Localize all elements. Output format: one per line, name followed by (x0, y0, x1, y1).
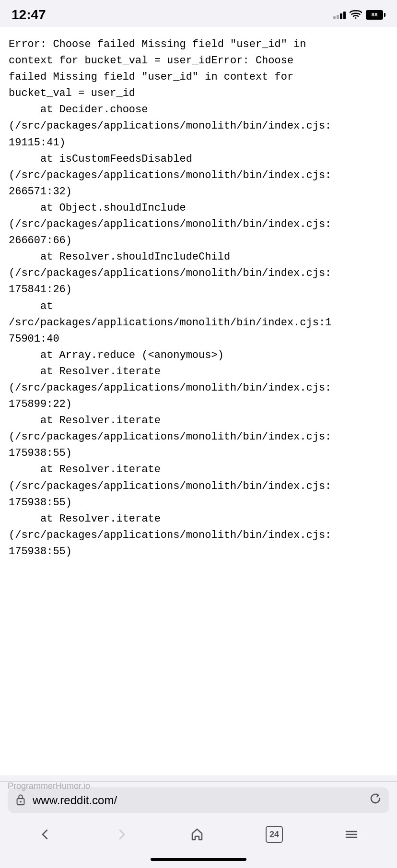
home-button[interactable] (182, 823, 212, 845)
home-indicator (0, 855, 397, 868)
main-content: Error: Choose failed Missing field "user… (0, 27, 397, 775)
signal-icon (333, 11, 346, 19)
back-button[interactable] (31, 823, 60, 845)
error-text: Error: Choose failed Missing field "user… (9, 36, 388, 560)
svg-point-2 (20, 800, 22, 802)
tabs-button[interactable]: 24 (258, 822, 291, 847)
lock-icon (15, 793, 26, 808)
battery-icon: 88 (366, 10, 385, 20)
svg-point-0 (355, 17, 357, 19)
status-icons: 88 (333, 9, 385, 21)
home-bar (151, 858, 246, 861)
watermark: ProgrammerHumor.io (8, 781, 90, 791)
status-bar: 12:47 88 (0, 0, 397, 27)
tab-count: 24 (266, 826, 283, 843)
url-bar[interactable]: www.reddit.com/ (8, 787, 389, 813)
forward-button[interactable] (106, 823, 136, 845)
browser-bar: www.reddit.com/ 24 (0, 781, 397, 868)
reload-icon[interactable] (369, 792, 382, 809)
url-text: www.reddit.com/ (33, 794, 362, 807)
status-time: 12:47 (12, 7, 46, 23)
nav-bar: 24 (0, 817, 397, 855)
menu-button[interactable] (337, 823, 366, 845)
wifi-icon (350, 9, 362, 21)
